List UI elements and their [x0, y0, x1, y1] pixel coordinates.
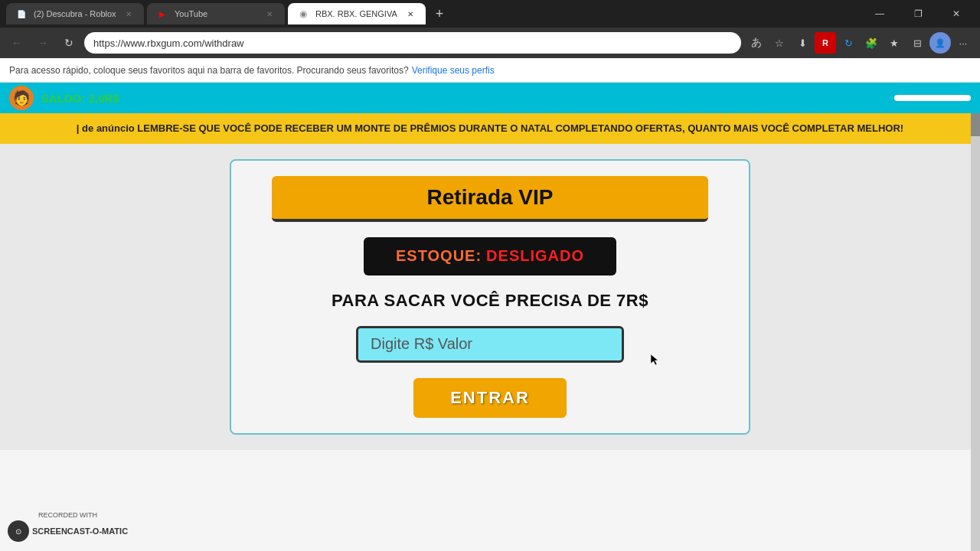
close-button[interactable]: ✕	[939, 0, 974, 28]
watermark-line2: SCREENCAST-O-MATIC	[32, 527, 128, 536]
address-text: https://www.rbxgum.com/withdraw	[93, 37, 244, 49]
scroll-track[interactable]	[971, 113, 980, 551]
user-avatar: 🧑	[9, 86, 34, 110]
read-mode-icon[interactable]: あ	[746, 32, 767, 54]
scroll-indicator	[894, 95, 971, 101]
balance-text: SALDO: 2,0R$	[41, 92, 119, 105]
youtube-favicon-icon: ▶	[156, 8, 168, 20]
tab-rbx[interactable]: ◉ RBX. RBX. GENGIVA ✕	[288, 3, 426, 24]
maximize-button[interactable]: ❐	[900, 0, 936, 28]
roblox-favicon-icon: 📄	[15, 8, 28, 20]
withdraw-wrapper: Retirada VIP ESTOQUE: DESLIGADO PARA SAC…	[0, 144, 980, 450]
watermark: RECORDED WITH ⊙ SCREENCAST-O-MATIC	[8, 511, 128, 542]
screencast-logo-icon: ⊙	[8, 520, 29, 542]
address-bar[interactable]: https://www.rbxgum.com/withdraw	[84, 32, 741, 54]
balance-bar: 🧑 SALDO: 2,0R$	[0, 83, 980, 113]
title-bar: 📄 (2) Descubra - Roblox ✕ ▶ YouTube ✕ ◉ …	[0, 0, 980, 28]
minimize-button[interactable]: —	[862, 0, 897, 28]
collections-icon[interactable]: ⊟	[906, 32, 928, 54]
new-tab-button[interactable]: +	[429, 3, 450, 24]
withdraw-card: Retirada VIP ESTOQUE: DESLIGADO PARA SAC…	[230, 159, 750, 435]
favorites-link[interactable]: Verifique seus perfis	[412, 65, 495, 76]
rs-value-input[interactable]	[356, 326, 624, 363]
tab-rbx-label: RBX. RBX. GENGIVA	[315, 9, 397, 18]
vip-title: Retirada VIP	[427, 185, 554, 210]
tab-rbx-close[interactable]: ✕	[404, 8, 416, 20]
puzzle-icon[interactable]: 🧩	[861, 32, 882, 54]
tab-youtube-close[interactable]: ✕	[263, 8, 276, 20]
vip-header: Retirada VIP	[272, 176, 708, 222]
download-icon[interactable]: ⬇	[792, 32, 813, 54]
tab-youtube[interactable]: ▶ YouTube ✕	[147, 3, 285, 24]
favorites-text: Para acesso rápido, coloque seus favorit…	[9, 65, 409, 76]
requirement-text: PARA SACAR VOCÊ PRECISA DE 7R$	[332, 291, 648, 311]
address-bar-row: ← → ↻ https://www.rbxgum.com/withdraw あ …	[0, 28, 980, 58]
favorites-bar: Para acesso rápido, coloque seus favorit…	[0, 58, 980, 83]
stock-badge: ESTOQUE: DESLIGADO	[364, 237, 616, 276]
enter-button[interactable]: ENTRAR	[413, 378, 567, 418]
tab-youtube-label: YouTube	[175, 9, 207, 18]
rbx-favicon-icon: ◉	[297, 8, 309, 20]
watermark-line1: RECORDED WITH	[38, 511, 97, 519]
star-icon[interactable]: ★	[884, 32, 905, 54]
extension-r-icon[interactable]: R	[815, 32, 836, 54]
announcement-banner: | de anúncio LEMBRE-SE QUE VOCÊ PODE REC…	[0, 113, 980, 144]
forward-button[interactable]: →	[32, 32, 54, 54]
page-content: 🧑 SALDO: 2,0R$ | de anúncio LEMBRE-SE QU…	[0, 83, 980, 551]
settings-icon[interactable]: ···	[952, 32, 974, 54]
stock-label: ESTOQUE:	[396, 247, 482, 265]
favorites-icon[interactable]: ☆	[769, 32, 790, 54]
announcement-text: | de anúncio LEMBRE-SE QUE VOCÊ PODE REC…	[77, 122, 903, 134]
scroll-thumb[interactable]	[971, 113, 980, 136]
refresh-icon[interactable]: ↻	[838, 32, 859, 54]
browser-actions: あ ☆ ⬇ R ↻ 🧩 ★ ⊟ 👤 ···	[746, 32, 974, 54]
tab-roblox[interactable]: 📄 (2) Descubra - Roblox ✕	[6, 3, 144, 24]
profile-icon[interactable]: 👤	[929, 32, 951, 54]
tab-roblox-close[interactable]: ✕	[122, 8, 135, 20]
tab-roblox-label: (2) Descubra - Roblox	[34, 9, 116, 18]
back-button[interactable]: ←	[6, 32, 28, 54]
window-controls: — ❐ ✕	[862, 0, 974, 28]
stock-value: DESLIGADO	[486, 247, 584, 265]
reload-button[interactable]: ↻	[58, 32, 80, 54]
